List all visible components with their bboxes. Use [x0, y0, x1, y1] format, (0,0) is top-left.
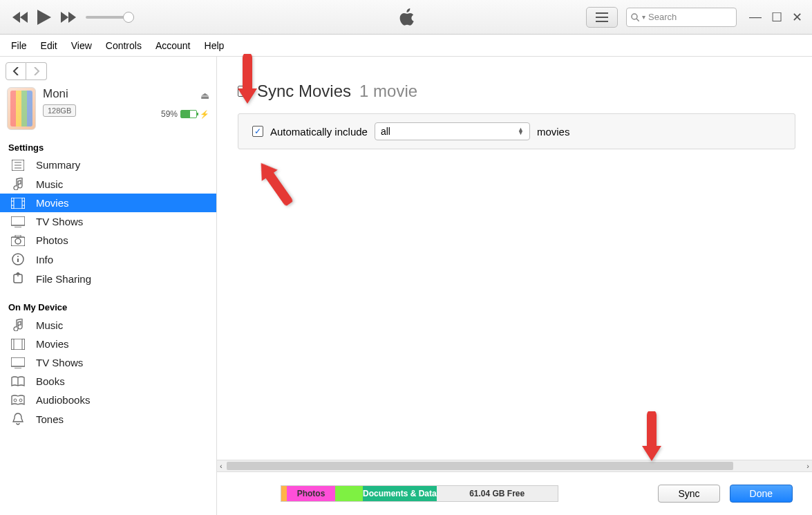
storage-seg-free: 61.04 GB Free — [437, 486, 558, 501]
sidebar-label: Info — [36, 254, 53, 265]
menu-controls[interactable]: Controls — [100, 37, 147, 54]
music-icon — [10, 319, 26, 331]
sidebar: Moni 128GB ⏏ 59% ⚡ Settings Summary Musi… — [0, 57, 217, 515]
svg-point-0 — [632, 14, 637, 19]
sidebar-label: TV Shows — [36, 216, 83, 227]
svg-point-27 — [14, 399, 17, 402]
ondevice-item-tvshows[interactable]: TV Shows — [0, 353, 216, 372]
nav-back-button[interactable] — [6, 62, 26, 80]
storage-seg-apps — [335, 486, 363, 501]
svg-rect-13 — [11, 216, 25, 225]
sync-movies-checkbox[interactable]: ✓ — [238, 86, 249, 97]
sidebar-label: Tones — [36, 413, 64, 425]
sidebar-label: File Sharing — [36, 273, 91, 285]
info-icon — [10, 253, 26, 265]
sidebar-item-movies[interactable]: Movies — [0, 194, 216, 212]
sidebar-item-filesharing[interactable]: File Sharing — [0, 269, 216, 288]
svg-line-1 — [636, 19, 639, 21]
sidebar-label: Audiobooks — [36, 394, 90, 406]
main-panel: ✓ Sync Movies 1 movie ✓ Automatically in… — [217, 57, 812, 515]
ondevice-item-books[interactable]: Books — [0, 372, 216, 391]
tv-icon — [10, 357, 26, 368]
horizontal-scrollbar[interactable]: ‹ › — [217, 460, 812, 472]
done-button[interactable]: Done — [730, 485, 793, 503]
next-track-button[interactable] — [61, 12, 76, 23]
summary-icon — [10, 160, 26, 171]
auto-include-checkbox[interactable]: ✓ — [252, 126, 263, 137]
camera-icon — [10, 235, 26, 246]
sidebar-label: Photos — [36, 234, 68, 246]
sidebar-item-photos[interactable]: Photos — [0, 231, 216, 250]
device-header: Moni 128GB ⏏ 59% ⚡ — [0, 86, 216, 138]
apple-logo-icon — [397, 6, 416, 28]
search-input[interactable]: ▾ Search — [626, 8, 737, 27]
menu-view[interactable]: View — [66, 37, 97, 54]
chevron-updown-icon: ▲▼ — [518, 128, 524, 135]
sidebar-label: Music — [36, 319, 63, 331]
auto-include-dropdown[interactable]: all ▲▼ — [375, 122, 530, 140]
svg-rect-6 — [11, 198, 25, 209]
sidebar-label: Movies — [36, 197, 69, 209]
window-minimize-button[interactable]: — — [749, 10, 762, 25]
window-close-button[interactable]: ✕ — [792, 10, 802, 25]
auto-include-panel: ✓ Automatically include all ▲▼ movies — [238, 113, 795, 149]
scroll-left-icon[interactable]: ‹ — [220, 462, 223, 470]
tones-icon — [10, 413, 26, 425]
menu-edit[interactable]: Edit — [35, 37, 63, 54]
movies-icon — [10, 198, 26, 209]
ondevice-item-music[interactable]: Music — [0, 315, 216, 335]
filesharing-icon — [10, 272, 26, 285]
svg-rect-25 — [11, 357, 25, 366]
device-thumbnail-icon — [7, 87, 36, 130]
storage-seg-docs: Documents & Data — [363, 486, 437, 501]
search-placeholder: Search — [648, 12, 677, 22]
auto-include-suffix: movies — [537, 126, 570, 138]
menu-file[interactable]: File — [6, 37, 32, 54]
sidebar-item-summary[interactable]: Summary — [0, 156, 216, 174]
menu-help[interactable]: Help — [199, 37, 230, 54]
dropdown-value: all — [381, 126, 390, 137]
device-name: Moni — [43, 87, 154, 101]
footer: Photos Documents & Data 61.04 GB Free Sy… — [217, 472, 812, 515]
storage-seg-photos: Photos — [287, 486, 335, 501]
audiobooks-icon — [10, 395, 26, 406]
prev-track-button[interactable] — [12, 12, 28, 23]
movies-icon — [10, 339, 26, 350]
menu-bar: File Edit View Controls Account Help — [0, 35, 812, 57]
list-view-button[interactable] — [586, 7, 618, 28]
ondevice-item-audiobooks[interactable]: Audiobooks — [0, 391, 216, 409]
sidebar-label: TV Shows — [36, 357, 83, 368]
sync-movies-label: Sync Movies — [257, 82, 351, 101]
sync-button[interactable]: Sync — [658, 485, 719, 503]
play-button[interactable] — [37, 10, 51, 25]
scroll-right-icon[interactable]: › — [806, 462, 809, 470]
music-icon — [10, 178, 26, 190]
sidebar-label: Summary — [36, 159, 80, 171]
volume-slider[interactable] — [86, 16, 134, 19]
window-maximize-button[interactable]: ☐ — [771, 10, 782, 25]
svg-point-16 — [15, 238, 21, 244]
sidebar-ondevice-title: On My Device — [0, 298, 216, 315]
svg-point-19 — [17, 256, 19, 257]
menu-account[interactable]: Account — [150, 37, 196, 54]
svg-rect-17 — [15, 235, 21, 237]
device-storage-badge: 128GB — [43, 104, 76, 117]
sidebar-item-music[interactable]: Music — [0, 174, 216, 194]
books-icon — [10, 376, 26, 387]
ondevice-item-movies[interactable]: Movies — [0, 335, 216, 353]
ondevice-item-tones[interactable]: Tones — [0, 409, 216, 429]
sidebar-label: Movies — [36, 338, 69, 350]
eject-button[interactable]: ⏏ — [161, 90, 209, 101]
sidebar-item-info[interactable]: Info — [0, 250, 216, 269]
nav-forward-button[interactable] — [26, 62, 47, 80]
battery-percent: 59% — [161, 109, 178, 119]
movie-count-label: 1 movie — [359, 82, 417, 101]
storage-usage-bar: Photos Documents & Data 61.04 GB Free — [281, 485, 558, 502]
sidebar-label: Music — [36, 178, 63, 190]
svg-point-28 — [19, 399, 22, 402]
tv-icon — [10, 216, 26, 227]
charging-icon: ⚡ — [200, 110, 209, 119]
sidebar-item-tvshows[interactable]: TV Shows — [0, 212, 216, 231]
svg-rect-22 — [11, 339, 25, 350]
sidebar-settings-title: Settings — [0, 138, 216, 156]
